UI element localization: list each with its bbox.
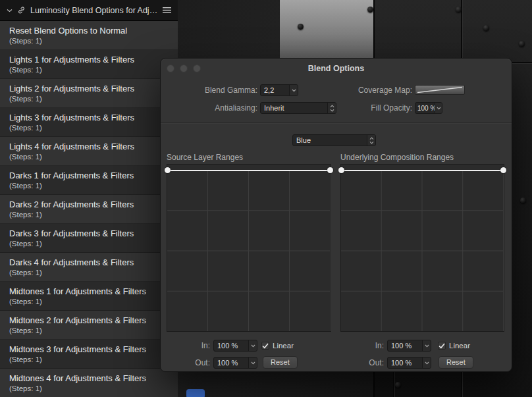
photo-rivet xyxy=(298,24,304,30)
source-in-value: 100 % xyxy=(214,340,248,351)
underlying-reset-button[interactable]: Reset xyxy=(439,356,473,369)
dialog-divider xyxy=(161,122,512,123)
curve-line xyxy=(167,170,331,171)
curve-node-left[interactable] xyxy=(338,167,344,173)
up-down-stepper-icon xyxy=(367,135,375,146)
macro-title: Midtones 3 for Adjustments & Filters xyxy=(9,344,178,355)
macro-title: Reset Blend Options to Normal xyxy=(9,25,178,36)
photo-rivet xyxy=(367,7,373,13)
macro-item-darks-1[interactable]: Darks 1 for Adjustments & Filters (Steps… xyxy=(0,166,178,195)
blue-button-partial[interactable] xyxy=(186,389,205,397)
antialiasing-label: Antialiasing: xyxy=(174,102,257,114)
underlying-linear-checkbox-row[interactable]: Linear xyxy=(438,341,470,350)
fill-opacity-label: Fill Opacity: xyxy=(329,102,412,114)
source-linear-label: Linear xyxy=(273,342,294,350)
library-panel-header[interactable]: Luminosity Blend Options for Adjustments xyxy=(0,0,178,21)
macro-title: Darks 3 for Adjustments & Filters xyxy=(9,228,178,239)
macro-item-midtones-1[interactable]: Midtones 1 for Adjustments & Filters (St… xyxy=(0,282,178,311)
underlying-in-label: In: xyxy=(354,340,384,352)
underlying-ranges-graph[interactable] xyxy=(340,164,504,332)
macro-item-midtones-4[interactable]: Midtones 4 for Adjustments & Filters (St… xyxy=(0,369,178,397)
source-out-label: Out: xyxy=(180,357,210,369)
menu-icon[interactable] xyxy=(163,7,171,13)
check-icon xyxy=(262,343,269,349)
library-panel: Luminosity Blend Options for Adjustments… xyxy=(0,0,178,397)
coverage-map-label: Coverage Map: xyxy=(329,84,412,96)
chevron-down-icon xyxy=(435,103,442,113)
source-in-select[interactable]: 100 % xyxy=(213,340,257,352)
macro-steps: (Steps: 1) xyxy=(9,210,178,220)
source-out-select[interactable]: 100 % xyxy=(213,357,257,369)
source-ranges-graph[interactable] xyxy=(167,164,331,332)
macro-steps: (Steps: 1) xyxy=(9,181,178,191)
source-in-label: In: xyxy=(180,340,210,352)
photo-rivet xyxy=(520,198,526,203)
panel-title: Luminosity Blend Options for Adjustments xyxy=(30,6,158,15)
curve-node-left[interactable] xyxy=(165,167,171,173)
macro-steps: (Steps: 1) xyxy=(9,65,178,75)
macro-item-reset[interactable]: Reset Blend Options to Normal (Steps: 1) xyxy=(0,21,178,50)
fill-opacity-select[interactable]: 100 % xyxy=(415,102,442,114)
blend-gamma-select[interactable]: 2,2 xyxy=(260,84,298,96)
macro-title: Darks 2 for Adjustments & Filters xyxy=(9,199,178,210)
macro-title: Lights 4 for Adjustments & Filters xyxy=(9,141,178,152)
macro-steps: (Steps: 1) xyxy=(9,239,178,249)
chevron-down-icon xyxy=(289,85,298,95)
source-reset-button[interactable]: Reset xyxy=(263,356,298,369)
macro-item-midtones-3[interactable]: Midtones 3 for Adjustments & Filters (St… xyxy=(0,340,178,369)
underlying-linear-checkbox[interactable] xyxy=(438,342,446,350)
macro-steps: (Steps: 1) xyxy=(9,384,178,394)
macro-title: Lights 3 for Adjustments & Filters xyxy=(9,112,178,123)
macro-title: Midtones 2 for Adjustments & Filters xyxy=(9,315,178,326)
macro-list: Reset Blend Options to Normal (Steps: 1)… xyxy=(0,21,178,397)
source-linear-checkbox[interactable] xyxy=(261,342,269,350)
macro-steps: (Steps: 1) xyxy=(9,355,178,365)
channel-value: Blue xyxy=(293,135,367,146)
photo-concrete-patch xyxy=(280,0,373,63)
underlying-out-select[interactable]: 100 % xyxy=(387,357,431,369)
macro-item-darks-4[interactable]: Darks 4 for Adjustments & Filters (Steps… xyxy=(0,253,178,282)
underlying-in-select[interactable]: 100 % xyxy=(387,340,431,352)
macro-item-lights-1[interactable]: Lights 1 for Adjustments & Filters (Step… xyxy=(0,50,178,79)
antialiasing-select[interactable]: Inherit xyxy=(260,102,336,114)
photo-rivet xyxy=(456,7,462,13)
chevron-down-icon xyxy=(248,357,257,368)
macro-title: Darks 1 for Adjustments & Filters xyxy=(9,170,178,181)
underlying-ranges-label: Underlying Composition Ranges xyxy=(340,153,454,162)
macro-steps: (Steps: 1) xyxy=(9,94,178,104)
curve-node-right[interactable] xyxy=(327,167,333,173)
macro-steps: (Steps: 1) xyxy=(9,268,178,278)
macro-steps: (Steps: 1) xyxy=(9,36,178,46)
source-out-value: 100 % xyxy=(214,357,248,368)
graph-grid xyxy=(341,170,504,331)
blend-options-dialog: Blend Options Blend Gamma: 2,2 Coverage … xyxy=(160,58,512,372)
underlying-in-value: 100 % xyxy=(388,340,422,351)
macro-item-darks-3[interactable]: Darks 3 for Adjustments & Filters (Steps… xyxy=(0,224,178,253)
channel-select[interactable]: Blue xyxy=(292,134,376,146)
antialiasing-value: Inherit xyxy=(261,103,327,113)
macro-item-darks-2[interactable]: Darks 2 for Adjustments & Filters (Steps… xyxy=(0,195,178,224)
macro-steps: (Steps: 1) xyxy=(9,123,178,133)
macro-title: Lights 2 for Adjustments & Filters xyxy=(9,83,178,94)
underlying-linear-label: Linear xyxy=(449,342,470,350)
macro-steps: (Steps: 1) xyxy=(9,152,178,162)
macro-item-lights-2[interactable]: Lights 2 for Adjustments & Filters (Step… xyxy=(0,79,178,108)
coverage-map-thumbnail[interactable] xyxy=(415,85,465,95)
check-icon xyxy=(439,343,445,349)
macro-item-lights-4[interactable]: Lights 4 for Adjustments & Filters (Step… xyxy=(0,137,178,166)
macro-item-midtones-2[interactable]: Midtones 2 for Adjustments & Filters (St… xyxy=(0,311,178,340)
blend-gamma-label: Blend Gamma: xyxy=(174,84,257,96)
macro-title: Lights 1 for Adjustments & Filters xyxy=(9,54,178,65)
fill-opacity-value: 100 % xyxy=(415,103,435,113)
macro-steps: (Steps: 1) xyxy=(9,326,178,336)
chevron-down-icon xyxy=(248,340,257,351)
source-ranges-label: Source Layer Ranges xyxy=(167,153,243,162)
curve-node-right[interactable] xyxy=(500,167,506,173)
source-linear-checkbox-row[interactable]: Linear xyxy=(261,341,294,350)
macro-title: Darks 4 for Adjustments & Filters xyxy=(9,257,178,268)
macro-item-lights-3[interactable]: Lights 3 for Adjustments & Filters (Step… xyxy=(0,108,178,137)
chevron-down-icon[interactable] xyxy=(7,9,13,13)
macro-title: Midtones 1 for Adjustments & Filters xyxy=(9,286,178,297)
chevron-down-icon xyxy=(422,357,431,368)
blend-gamma-value: 2,2 xyxy=(261,85,289,95)
